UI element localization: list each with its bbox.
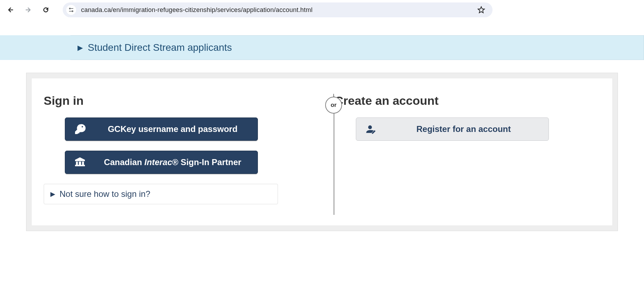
site-settings-chip[interactable] (66, 5, 76, 15)
sign-in-help-expander[interactable]: ▶ Not sure how to sign in? (44, 184, 278, 204)
svg-marker-6 (478, 7, 484, 13)
or-separator: or (325, 97, 342, 114)
reload-icon (42, 6, 49, 13)
browser-toolbar: canada.ca/en/immigration-refugees-citize… (0, 0, 644, 20)
student-direct-stream-label: Student Direct Stream applicants (88, 42, 232, 53)
browser-reload-button[interactable] (39, 3, 53, 17)
sign-in-heading: Sign in (44, 94, 293, 108)
svg-point-0 (69, 8, 70, 9)
star-icon (477, 6, 485, 14)
arrow-left-icon (7, 6, 14, 13)
interac-sign-in-button[interactable]: Canadian Interac® Sign-In Partner (65, 151, 258, 174)
register-account-button[interactable]: Register for an account (356, 117, 549, 141)
create-account-column: Create an account Register for an accoun… (307, 94, 598, 204)
triangle-right-icon: ▶ (78, 43, 83, 52)
create-account-heading: Create an account (335, 94, 584, 108)
user-edit-icon (365, 123, 377, 135)
bookmark-button[interactable] (476, 5, 486, 15)
browser-back-button[interactable] (4, 3, 18, 17)
triangle-right-icon: ▶ (50, 190, 55, 198)
browser-url-text: canada.ca/en/immigration-refugees-citize… (81, 6, 471, 14)
sign-in-help-label: Not sure how to sign in? (60, 189, 150, 199)
browser-forward-button[interactable] (21, 3, 35, 17)
interac-button-label: Canadian Interac® Sign-In Partner (96, 157, 249, 167)
gckey-button-label: GCKey username and password (96, 124, 249, 134)
svg-point-3 (72, 11, 73, 12)
key-icon (74, 123, 86, 135)
auth-section: Sign in GCKey username and password Cana… (26, 73, 618, 231)
register-account-label: Register for an account (387, 124, 540, 134)
sign-in-column: Sign in GCKey username and password Cana… (44, 94, 307, 204)
student-direct-stream-expander[interactable]: ▶ Student Direct Stream applicants (70, 35, 644, 60)
arrow-right-icon (25, 6, 32, 13)
browser-address-bar[interactable]: canada.ca/en/immigration-refugees-citize… (63, 2, 493, 17)
gckey-sign-in-button[interactable]: GCKey username and password (65, 117, 258, 141)
info-banner: ▶ Student Direct Stream applicants (0, 35, 644, 60)
column-divider (334, 96, 334, 215)
tune-icon (68, 7, 74, 13)
bank-icon (74, 157, 86, 168)
